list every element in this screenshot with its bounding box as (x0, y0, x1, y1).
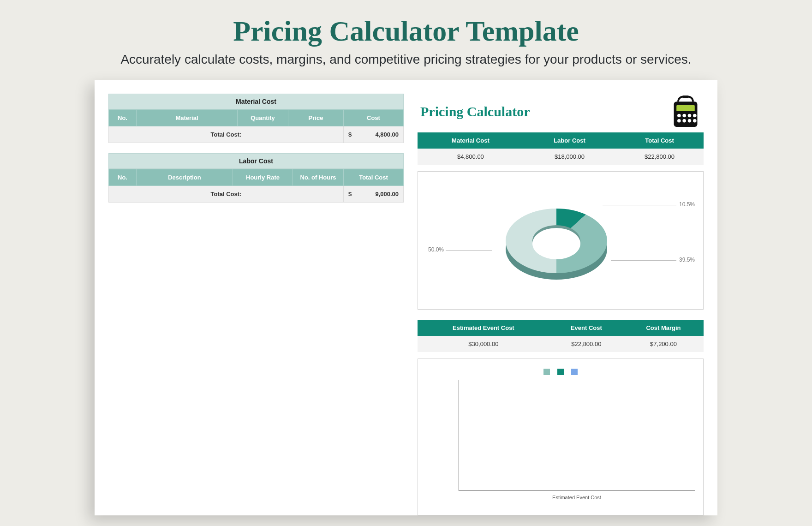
material-title: Material Cost (108, 94, 404, 109)
sum1-h2: Total Cost (615, 132, 704, 149)
col-cost: Cost (344, 110, 404, 126)
svg-point-5 (693, 114, 697, 118)
labor-title: Labor Cost (108, 153, 404, 169)
svg-point-2 (677, 114, 681, 118)
svg-point-9 (693, 119, 697, 123)
material-table: No. Material Quantity Price Cost Total C… (108, 109, 404, 143)
spreadsheet-preview: Material Cost No. Material Quantity Pric… (95, 80, 717, 515)
labor-table: No. Description Hourly Rate No. of Hours… (108, 169, 404, 203)
col-desc: Description (137, 169, 233, 186)
sum1-h1: Labor Cost (524, 132, 615, 149)
sum2-h2: Cost Margin (623, 320, 704, 336)
sum1-v0: $4,800.00 (418, 149, 524, 165)
labor-total-label: Total Cost: (109, 186, 344, 203)
bar-legend (426, 367, 695, 376)
calculator-icon (670, 96, 701, 128)
col-total: Total Cost (344, 169, 404, 186)
svg-point-8 (688, 119, 692, 123)
sum2-h0: Estimated Event Cost (418, 320, 549, 336)
sum2-v1: $22,800.00 (549, 336, 623, 352)
brand-title: Pricing Calculator (420, 104, 530, 120)
donut-label-c: 39.5% (679, 257, 695, 263)
sum2-v2: $7,200.00 (623, 336, 704, 352)
donut-label-a: 50.0% (428, 246, 444, 253)
svg-point-6 (677, 119, 681, 123)
svg-point-3 (682, 114, 686, 118)
col-no: No. (109, 110, 137, 126)
donut-chart: 50.0% 10.5% 39.5% (418, 171, 704, 310)
col-no: No. (109, 169, 137, 186)
labor-total: $9,000.00 (344, 186, 404, 203)
page-subtitle: Accurately calculate costs, margins, and… (0, 52, 812, 67)
sum1-h0: Material Cost (418, 132, 524, 149)
donut-label-b: 10.5% (679, 201, 695, 208)
svg-point-13 (532, 228, 580, 259)
col-hours: No. of Hours (293, 169, 344, 186)
legend-swatch-3 (571, 369, 578, 375)
bar-chart: Estimated Event Cost (418, 359, 704, 515)
bar-xlabel: Estimated Event Cost (459, 495, 695, 500)
material-total-label: Total Cost: (109, 126, 344, 143)
svg-point-4 (688, 114, 692, 118)
summary-costs: Material Cost Labor Cost Total Cost $4,8… (418, 132, 704, 165)
col-material: Material (137, 110, 238, 126)
col-qty: Quantity (238, 110, 288, 126)
sum1-v1: $18,000.00 (524, 149, 615, 165)
sum1-v2: $22,800.00 (615, 149, 704, 165)
page-title: Pricing Calculator Template (0, 0, 812, 48)
summary-event: Estimated Event Cost Event Cost Cost Mar… (418, 320, 704, 352)
svg-point-7 (682, 119, 686, 123)
material-total: $4,800.00 (344, 126, 404, 143)
sum2-h1: Event Cost (549, 320, 623, 336)
col-price: Price (288, 110, 344, 126)
legend-swatch-1 (543, 369, 550, 375)
svg-rect-10 (682, 96, 688, 98)
svg-rect-1 (676, 105, 695, 111)
legend-swatch-2 (557, 369, 564, 375)
col-rate: Hourly Rate (233, 169, 293, 186)
sum2-v0: $30,000.00 (418, 336, 549, 352)
